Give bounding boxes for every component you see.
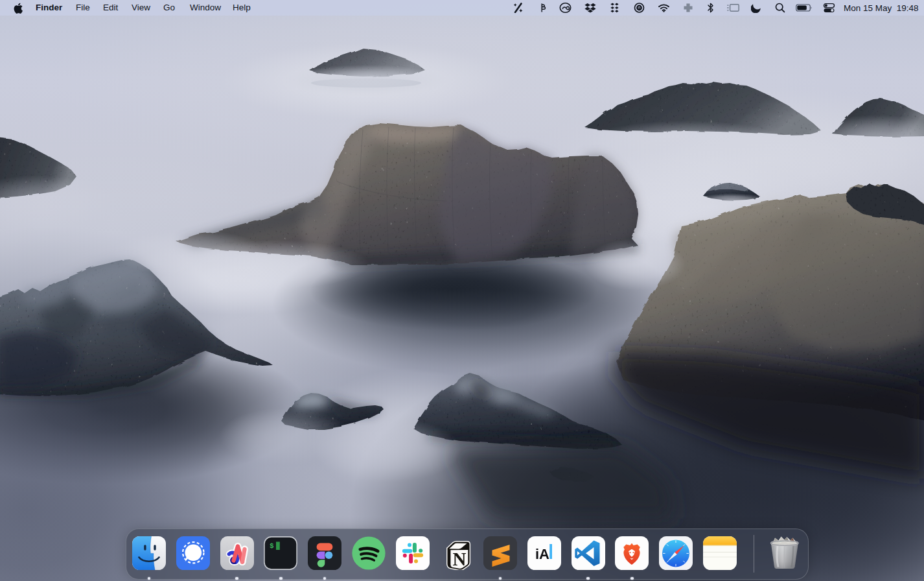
svg-text:N: N — [453, 549, 467, 569]
svg-text:$: $ — [270, 542, 274, 550]
svg-text:iA: iA — [535, 546, 549, 562]
